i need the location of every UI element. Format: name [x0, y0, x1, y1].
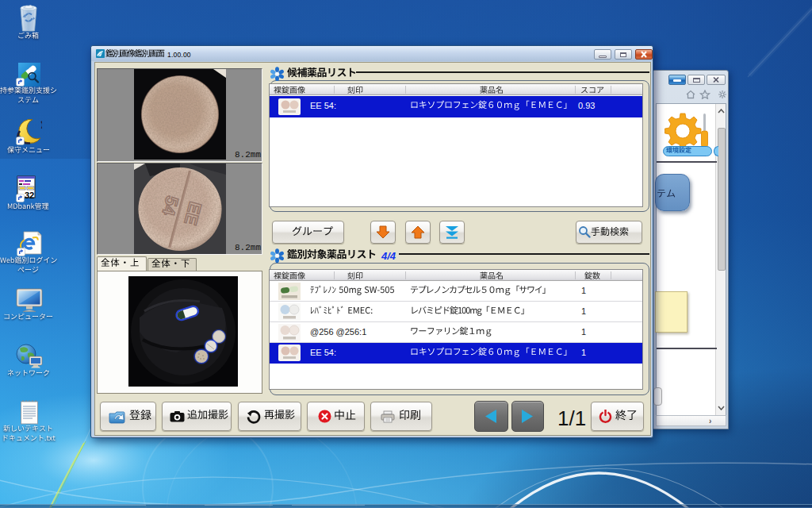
svg-text:32: 32: [25, 190, 34, 200]
